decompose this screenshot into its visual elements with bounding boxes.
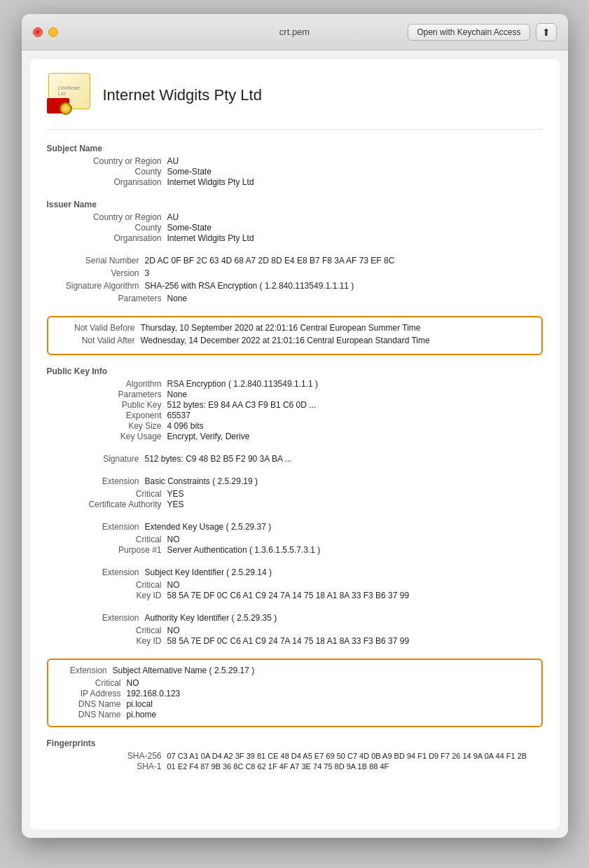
sig-alg-key: Signature Algorithm [47,281,145,291]
ext1-ca-key: Certificate Authority [69,500,167,509]
ext1-critical-val: YES [167,489,184,499]
ext3-val: Subject Key Identifier ( 2.5.29.14 ) [145,567,272,577]
sha256-val: 07 C3 A1 0A D4 A2 3F 39 81 CE 48 D4 A5 E… [167,752,527,760]
signature-row: Signature 512 bytes: C9 48 B2 B5 F2 90 3… [47,454,543,464]
issuer-org-row: Organisation Internet Widgits Pty Ltd [47,233,543,243]
subject-country-val: AU [167,156,179,166]
ext3-keyid-val: 58 5A 7E DF 0C C6 A1 C9 24 7A 14 75 18 A… [167,591,410,600]
not-before-key: Not Valid Before [57,323,141,333]
cert-title: Internet Widgits Pty Ltd [103,86,262,104]
ext5-ip-val: 192.168.0.123 [127,689,181,698]
pk-exponent-key: Exponent [69,411,167,420]
ext3-section: Extension Subject Key Identifier ( 2.5.2… [47,567,543,600]
validity-box: Not Valid Before Thursday, 10 September … [47,316,543,355]
ext4-keyid-row: Key ID 58 5A 7E DF 0C C6 A1 C9 24 7A 14 … [47,636,543,646]
open-keychain-button[interactable]: Open with Keychain Access [408,24,529,41]
issuer-org-key: Organisation [69,233,167,243]
meta-section: Serial Number 2D AC 0F BF 2C 63 4D 68 A7… [47,256,543,303]
ext5-header-row: Extension Subject Alternative Name ( 2.5… [57,666,533,675]
ext3-keyid-row: Key ID 58 5A 7E DF 0C C6 A1 C9 24 7A 14 … [47,591,543,600]
ext1-label: Extension [47,476,145,486]
params-val: None [167,294,188,303]
issuer-county-key: County [69,223,167,233]
minimize-button[interactable] [48,27,58,37]
issuer-country-key: Country or Region [69,212,167,222]
ext4-critical-val: NO [167,626,180,635]
ext4-header-row: Extension Authority Key Identifier ( 2.5… [47,613,543,623]
not-before-val: Thursday, 10 September 2020 at 22:01:16 … [141,323,421,333]
ext5-label: Extension [57,666,113,675]
ext1-critical-row: Critical YES [47,489,543,499]
ext1-val: Basic Constraints ( 2.5.29.19 ) [145,476,258,486]
ext2-header-row: Extension Extended Key Usage ( 2.5.29.37… [47,522,543,532]
pk-exponent-row: Exponent 65537 [47,411,543,420]
not-before-row: Not Valid Before Thursday, 10 September … [57,323,533,333]
ext4-critical-row: Critical NO [47,626,543,635]
pk-params-key: Parameters [69,390,167,399]
ext2-critical-key: Critical [69,535,167,544]
pk-keysize-key: Key Size [69,421,167,431]
issuer-name-label: Issuer Name [47,200,543,209]
ext4-keyid-val: 58 5A 7E DF 0C C6 A1 C9 24 7A 14 75 18 A… [167,636,410,646]
ext5-ip-key: IP Address [57,689,127,698]
ext3-critical-row: Critical NO [47,580,543,590]
ext1-header-row: Extension Basic Constraints ( 2.5.29.19 … [47,476,543,486]
window: ✕ crt.pem Open with Keychain Access ⬆ Ce… [22,14,568,838]
ext4-critical-key: Critical [69,626,167,635]
issuer-county-val: Some-State [167,223,212,233]
ext3-header-row: Extension Subject Key Identifier ( 2.5.2… [47,567,543,577]
ext1-section: Extension Basic Constraints ( 2.5.29.19 … [47,476,543,509]
pk-algorithm-val: RSA Encryption ( 1.2.840.113549.1.1.1 ) [167,379,318,389]
subject-org-key: Organisation [69,177,167,187]
ext2-critical-row: Critical NO [47,535,543,544]
ext2-purpose-key: Purpose #1 [69,545,167,555]
share-button[interactable]: ⬆ [536,23,557,41]
pk-algorithm-row: Algorithm RSA Encryption ( 1.2.840.11354… [47,379,543,389]
sha256-key: SHA-256 [69,751,167,761]
subject-county-row: County Some-State [47,167,543,177]
sha1-key: SHA-1 [69,762,167,771]
not-after-val: Wednesday, 14 December 2022 at 21:01:16 … [141,336,430,345]
issuer-county-row: County Some-State [47,223,543,233]
issuer-org-val: Internet Widgits Pty Ltd [167,233,254,243]
close-button[interactable]: ✕ [33,27,43,37]
pk-pubkey-val: 512 bytes: E9 84 AA C3 F9 B1 C6 0D ... [167,400,317,410]
pk-params-row: Parameters None [47,390,543,399]
ext3-label: Extension [47,567,145,577]
pk-keysize-val: 4 096 bits [167,421,204,431]
sig-alg-row: Signature Algorithm SHA-256 with RSA Enc… [47,281,543,291]
traffic-lights: ✕ [33,27,58,37]
ext2-section: Extension Extended Key Usage ( 2.5.29.37… [47,522,543,555]
ext4-keyid-key: Key ID [69,636,167,646]
signature-key: Signature [47,454,145,464]
pk-keysize-row: Key Size 4 096 bits [47,421,543,431]
sig-alg-val: SHA-256 with RSA Encryption ( 1.2.840.11… [145,281,354,291]
ext5-dns2-key: DNS Name [57,710,127,719]
pk-pubkey-key: Public Key [69,400,167,410]
ext5-dns1-key: DNS Name [57,699,127,709]
ext5-val: Subject Alternative Name ( 2.5.29.17 ) [113,666,255,675]
ext2-purpose-val: Server Authentication ( 1.3.6.1.5.5.7.3.… [167,545,321,555]
ext3-keyid-key: Key ID [69,591,167,600]
ext5-critical-row: Critical NO [57,678,533,688]
serial-val: 2D AC 0F BF 2C 63 4D 68 A7 2D 8D E4 E8 B… [145,256,395,266]
ext5-critical-val: NO [127,678,139,688]
ext3-critical-key: Critical [69,580,167,590]
issuer-country-val: AU [167,212,179,222]
ext2-critical-val: NO [167,535,180,544]
ext4-section: Extension Authority Key Identifier ( 2.5… [47,613,543,646]
ext4-label: Extension [47,613,145,623]
version-val: 3 [145,268,150,278]
window-title: crt.pem [279,27,310,37]
pk-keyusage-row: Key Usage Encrypt, Verify, Derive [47,432,543,441]
pk-params-val: None [167,390,188,399]
pk-keyusage-val: Encrypt, Verify, Derive [167,432,250,441]
subject-name-section: Subject Name Country or Region AU County… [47,144,543,187]
subject-org-val: Internet Widgits Pty Ltd [167,177,254,187]
ext1-ca-row: Certificate Authority YES [47,500,543,509]
subject-county-val: Some-State [167,167,212,177]
ext5-box: Extension Subject Alternative Name ( 2.5… [47,659,543,727]
serial-row: Serial Number 2D AC 0F BF 2C 63 4D 68 A7… [47,256,543,266]
sha1-row: SHA-1 01 E2 F4 87 9B 36 8C C8 62 1F 4F A… [47,762,543,771]
pk-keyusage-key: Key Usage [69,432,167,441]
